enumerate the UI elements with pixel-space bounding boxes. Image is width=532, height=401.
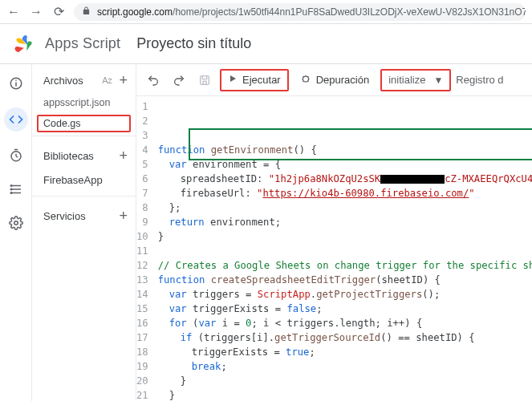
code-line[interactable]: for (var i = 0; i < triggers.length; i++… [158, 316, 532, 330]
code-line[interactable]: triggerExists = true; [158, 345, 532, 359]
reload-icon[interactable]: ⟳ [51, 4, 66, 19]
url-bar[interactable]: script.google.com/home/projects/1w50tfi4… [74, 3, 526, 21]
file-item[interactable]: appsscript.json [32, 92, 136, 113]
libraries-section-header: Bibliotecas + [32, 140, 136, 168]
svg-point-3 [28, 41, 32, 45]
save-icon[interactable] [194, 70, 215, 91]
url-host: script.google.com [97, 6, 173, 18]
services-label: Servicios [43, 210, 86, 222]
svg-point-1 [16, 38, 20, 42]
main-area: Archivos Aᴢ + appsscript.jsonCode.gs Bib… [0, 64, 532, 401]
svg-line-23 [303, 76, 303, 77]
code-line[interactable]: // Creates a Google Sheets on change tri… [158, 258, 532, 273]
bug-icon [300, 73, 311, 87]
executions-icon[interactable] [6, 180, 26, 199]
file-list: appsscript.jsonCode.gs [32, 92, 136, 132]
svg-rect-18 [201, 75, 209, 84]
triggers-icon[interactable] [6, 146, 26, 165]
file-panel: Archivos Aᴢ + appsscript.jsonCode.gs Bib… [32, 64, 136, 401]
back-icon[interactable]: ← [6, 5, 21, 19]
code-line[interactable] [158, 244, 532, 258]
forward-icon[interactable]: → [29, 5, 43, 19]
browser-chrome: ← → ⟳ script.google.com/home/projects/1w… [0, 0, 532, 24]
code-line[interactable]: } [158, 229, 532, 244]
library-list: FirebaseApp [32, 168, 136, 192]
function-select[interactable]: initialize ▼ [380, 69, 451, 91]
code-line[interactable]: } [158, 374, 532, 388]
libraries-label: Bibliotecas [43, 150, 94, 162]
function-selected: initialize [388, 74, 425, 86]
code-line[interactable]: function getEnvironment() { [158, 143, 532, 157]
add-service-button[interactable]: + [119, 208, 128, 225]
editor-toolbar: Ejecutar Depuración initialize ▼ Registr… [136, 64, 532, 96]
editor-tab-icon[interactable] [4, 107, 28, 132]
project-title[interactable]: Proyecto sin título [136, 35, 251, 52]
code-line[interactable]: var triggers = ScriptApp.getProjectTrigg… [158, 287, 532, 302]
svg-rect-19 [203, 81, 206, 84]
chevron-down-icon: ▼ [433, 75, 443, 86]
line-gutter: 1234567891011121314151617181920212223242… [136, 96, 155, 401]
run-button[interactable]: Ejecutar [220, 69, 289, 91]
files-section-header: Archivos Aᴢ + [32, 64, 136, 92]
svg-point-14 [10, 185, 12, 187]
add-library-button[interactable]: + [119, 148, 128, 164]
svg-point-2 [23, 34, 27, 38]
info-icon[interactable] [6, 74, 26, 93]
play-icon [228, 74, 238, 86]
svg-point-15 [10, 188, 12, 190]
editor-area: Ejecutar Depuración initialize ▼ Registr… [136, 64, 532, 401]
code-content[interactable]: function getEnvironment() {var environme… [155, 96, 532, 401]
code-line[interactable]: firebaseUrl: "https://kio4b-60980.fireba… [158, 186, 532, 200]
code-line[interactable]: var environment = { [158, 157, 532, 172]
svg-point-16 [10, 192, 12, 194]
sort-icon[interactable]: Aᴢ [102, 75, 112, 86]
files-label: Archivos [43, 75, 83, 87]
left-rail [0, 64, 32, 401]
add-file-button[interactable]: + [119, 72, 128, 89]
undo-icon[interactable] [143, 70, 164, 91]
settings-icon[interactable] [6, 213, 26, 233]
redacted-text [380, 175, 445, 184]
code-line[interactable]: var triggerExists = false; [158, 302, 532, 316]
apps-script-logo-icon [11, 33, 34, 55]
svg-line-24 [307, 76, 308, 77]
execution-log-label[interactable]: Registro d [456, 74, 503, 86]
svg-point-0 [15, 47, 19, 51]
url-path: /home/projects/1w50tfi44nn1PuF8SaDwedU3I… [173, 6, 526, 18]
run-label: Ejecutar [242, 74, 281, 86]
redo-icon[interactable] [169, 70, 189, 91]
svg-line-26 [307, 81, 308, 82]
debug-label: Depuración [316, 74, 370, 86]
library-item[interactable]: FirebaseApp [32, 168, 136, 192]
services-section-header: Servicios + [32, 200, 136, 228]
code-line[interactable]: if (triggers[i].getTriggerSourceId() == … [158, 330, 532, 345]
svg-line-25 [303, 81, 303, 82]
file-item[interactable]: Code.gs [37, 115, 131, 132]
debug-button[interactable]: Depuración [294, 69, 376, 91]
code-line[interactable]: break; [158, 359, 532, 374]
svg-line-9 [16, 156, 18, 158]
svg-point-17 [14, 221, 18, 225]
lock-icon [82, 6, 91, 18]
code-line[interactable]: function createSpreadsheetEditTrigger(sh… [158, 273, 532, 287]
code-line[interactable]: spreadsheetID: "1h2jp6a8NkOZqU2sSKcZ-MXA… [158, 172, 532, 186]
svg-point-6 [15, 80, 17, 82]
code-line[interactable]: }; [158, 200, 532, 215]
code-line[interactable]: } [158, 388, 532, 401]
app-name: Apps Script [45, 35, 120, 52]
app-header: Apps Script Proyecto sin título [0, 24, 532, 64]
code-line[interactable]: return environment; [158, 215, 532, 229]
code-editor[interactable]: 1234567891011121314151617181920212223242… [136, 96, 532, 401]
